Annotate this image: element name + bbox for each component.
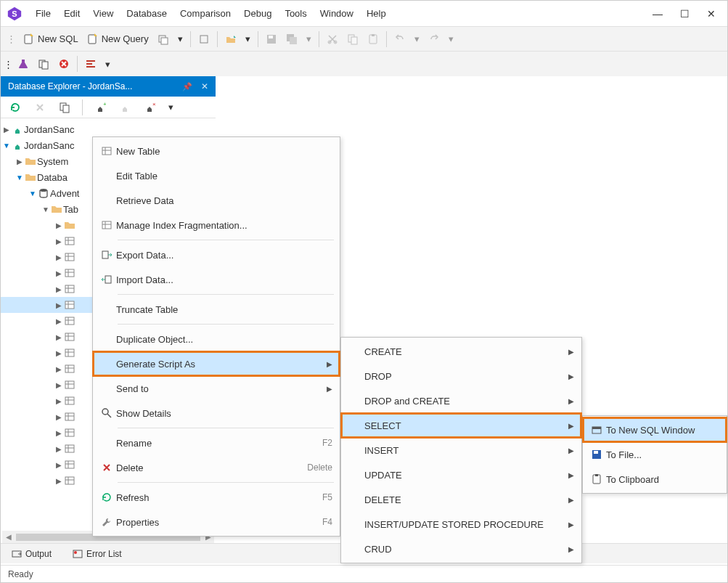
error-list-tab[interactable]: Error List: [68, 545, 126, 563]
chevron-right-icon: ▶: [568, 397, 574, 405]
menu-truncate-table[interactable]: Truncate Table: [93, 297, 340, 322]
menu-edit[interactable]: Edit: [58, 5, 86, 22]
svg-rect-34: [65, 349, 74, 356]
menu-update[interactable]: UPDATE▶: [341, 462, 581, 487]
menu-to-clipboard[interactable]: To Clipboard: [583, 467, 727, 492]
menu-drop[interactable]: DROP▶: [341, 364, 581, 388]
menu-edit-table[interactable]: Edit Table: [93, 163, 340, 188]
chevron-right-icon: ▶: [568, 372, 574, 380]
menu-duplicate-object[interactable]: Duplicate Object...: [93, 327, 340, 351]
tree-label: Advent: [50, 188, 79, 199]
tree-label: Databa: [37, 172, 68, 183]
svg-rect-54: [594, 451, 598, 454]
save-button[interactable]: [261, 30, 282, 48]
menu-show-details[interactable]: Show Details: [93, 401, 340, 425]
menu-window[interactable]: Window: [314, 5, 359, 22]
menu-database[interactable]: Database: [120, 5, 173, 22]
svg-rect-46: [102, 147, 111, 155]
redo-button[interactable]: [424, 30, 444, 48]
svg-rect-16: [351, 37, 357, 44]
new-sql-button[interactable]: New SQL: [19, 30, 83, 48]
menu-to-file[interactable]: To File...: [583, 442, 727, 467]
chevron-right-icon: ▶: [568, 545, 574, 553]
format-dropdown[interactable]: ▾: [101, 56, 115, 73]
svg-rect-40: [65, 445, 74, 452]
menu-refresh[interactable]: RefreshF5: [93, 485, 340, 510]
remove-connection-icon[interactable]: ×: [139, 99, 160, 116]
toolbar-grip-2: ⋮: [4, 59, 13, 70]
menu-to-new-sql-window[interactable]: To New SQL Window: [583, 417, 727, 442]
toolbar-btn-1[interactable]: [153, 30, 173, 48]
toolbar-dropdown-2[interactable]: ▾: [241, 30, 255, 47]
cancel-button[interactable]: [54, 55, 74, 73]
save-all-button[interactable]: [282, 30, 302, 48]
flask-button[interactable]: [13, 55, 33, 73]
output-tab[interactable]: Output: [7, 545, 56, 563]
panel-dropdown[interactable]: ▾: [164, 99, 178, 115]
menu-retrieve-data[interactable]: Retrieve Data: [93, 188, 340, 213]
svg-rect-39: [65, 429, 74, 436]
delete-icon[interactable]: [30, 99, 50, 116]
svg-rect-20: [42, 62, 48, 69]
toolbar-dropdown-1[interactable]: ▾: [173, 30, 187, 47]
chevron-right-icon: ▶: [568, 471, 574, 479]
menu-comparison[interactable]: Comparison: [174, 5, 237, 22]
svg-text:S: S: [12, 9, 17, 17]
svg-rect-41: [65, 461, 74, 468]
open-file-button[interactable]: [221, 30, 241, 48]
svg-rect-29: [65, 269, 74, 277]
svg-rect-35: [65, 365, 74, 372]
undo-button[interactable]: [390, 30, 410, 48]
undo-dropdown[interactable]: ▾: [410, 30, 424, 47]
menu-export-data[interactable]: Export Data...: [93, 242, 340, 267]
menu-send-to[interactable]: Send to▶: [93, 376, 340, 401]
menu-crud[interactable]: CRUD▶: [341, 537, 581, 561]
add-connection-icon[interactable]: +: [90, 99, 110, 116]
toolbar-dropdown-3[interactable]: ▾: [302, 30, 316, 47]
copy-panel-icon[interactable]: [54, 99, 75, 116]
svg-marker-5: [94, 33, 97, 36]
svg-rect-7: [161, 38, 168, 44]
tree-connection-1[interactable]: ▶JordanSanc: [1, 121, 216, 137]
cut-button[interactable]: [322, 30, 343, 48]
toolbar-secondary: ⋮ ▾: [1, 52, 727, 76]
minimize-button[interactable]: —: [653, 8, 663, 20]
menu-generate-script-as[interactable]: Generate Script As▶: [93, 351, 340, 376]
menu-debug[interactable]: Debug: [238, 5, 277, 22]
menu-properties[interactable]: PropertiesF4: [93, 510, 340, 534]
svg-text:×: ×: [152, 102, 155, 107]
menu-select[interactable]: SELECT▶: [341, 413, 581, 438]
connection-icon[interactable]: [115, 99, 135, 116]
menu-help[interactable]: Help: [361, 5, 392, 22]
maximize-button[interactable]: ☐: [680, 8, 690, 20]
menu-delete-script[interactable]: DELETE▶: [341, 487, 581, 512]
menu-rename[interactable]: RenameF2: [93, 431, 340, 455]
menu-insert-update-sp[interactable]: INSERT/UPDATE STORED PROCEDURE▶: [341, 512, 581, 537]
format-button[interactable]: [81, 55, 101, 73]
panel-close-icon[interactable]: ✕: [201, 81, 208, 91]
svg-rect-33: [65, 333, 74, 341]
paste-button[interactable]: [363, 30, 383, 48]
menu-insert[interactable]: INSERT▶: [341, 438, 581, 462]
panel-button[interactable]: [33, 55, 54, 73]
copy-button[interactable]: [343, 30, 363, 48]
pin-icon[interactable]: 📌: [182, 82, 192, 91]
menu-new-table[interactable]: New Table: [93, 139, 340, 163]
menu-drop-and-create[interactable]: DROP and CREATE▶: [341, 388, 581, 413]
svg-rect-47: [102, 221, 111, 229]
menu-create[interactable]: CREATE▶: [341, 339, 581, 364]
toolbar-btn-2[interactable]: [194, 30, 214, 48]
refresh-icon[interactable]: [5, 99, 25, 116]
menu-import-data[interactable]: Import Data...: [93, 267, 340, 292]
close-button[interactable]: ✕: [707, 8, 716, 20]
menu-manage-index[interactable]: Manage Index Fragmentation...: [93, 213, 340, 237]
new-query-button[interactable]: New Query: [83, 30, 153, 48]
redo-dropdown[interactable]: ▾: [444, 30, 458, 47]
menu-view[interactable]: View: [87, 5, 119, 22]
svg-rect-56: [595, 474, 598, 476]
menu-delete[interactable]: DeleteDelete: [93, 455, 340, 480]
svg-rect-42: [65, 477, 74, 484]
menu-file[interactable]: File: [30, 5, 57, 22]
svg-rect-28: [65, 253, 74, 261]
menu-tools[interactable]: Tools: [279, 5, 312, 22]
